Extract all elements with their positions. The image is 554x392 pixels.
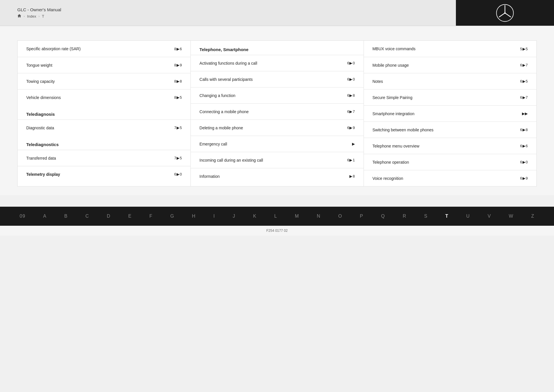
- entry-label: Tongue weight: [26, 63, 174, 68]
- list-item[interactable]: Telephone menu overview 6▶6: [364, 138, 536, 154]
- alpha-nav-item-u[interactable]: U: [464, 212, 472, 220]
- entry-page: 7▶5: [174, 126, 182, 130]
- entry-page: 8▶6: [174, 47, 182, 51]
- entry-page: 5▶5: [520, 47, 528, 51]
- list-item[interactable]: Switching between mobile phones 6▶8: [364, 122, 536, 138]
- entry-label: Towing capacity: [26, 79, 174, 84]
- alpha-nav-item-e[interactable]: E: [126, 212, 134, 220]
- list-item[interactable]: Telephone operation 6▶0: [364, 154, 536, 170]
- list-item[interactable]: Connecting a mobile phone 6▶7: [191, 103, 363, 120]
- entry-page: 6▶5: [520, 79, 528, 83]
- entry-label: Smartphone integration: [373, 111, 522, 116]
- entry-label: MBUX voice commands: [373, 46, 520, 51]
- col-right: MBUX voice commands 5▶5 Mobile phone usa…: [364, 41, 536, 186]
- list-item[interactable]: Towing capacity 8▶8: [18, 73, 190, 89]
- alpha-nav-item-f[interactable]: F: [147, 212, 155, 220]
- entry-page: ▶: [352, 142, 355, 146]
- entry-page: ▶8: [349, 174, 355, 178]
- list-item[interactable]: Activating functions during a call 6▶0: [191, 55, 363, 71]
- alpha-nav-item-h[interactable]: H: [190, 212, 198, 220]
- alpha-nav-item-c[interactable]: C: [83, 212, 91, 220]
- entry-page: 6▶0: [520, 160, 528, 164]
- header-left: GLC - Owner's Manual › Index › T: [0, 0, 456, 26]
- telephone-rest: , Smartphone: [221, 47, 248, 52]
- list-item[interactable]: Diagnostic data 7▶5: [18, 120, 190, 136]
- alpha-nav-item-w[interactable]: W: [506, 212, 516, 220]
- home-icon[interactable]: [17, 14, 21, 19]
- alpha-nav-item-n[interactable]: N: [315, 212, 323, 220]
- breadcrumb-sep-1: ›: [24, 14, 25, 18]
- alpha-nav-item-t[interactable]: T: [443, 212, 451, 220]
- telephone-bold: Telephone: [199, 47, 221, 52]
- entry-label: Emergency call: [199, 142, 352, 146]
- entry-label: Voice recognition: [373, 176, 520, 181]
- entry-page: 6▶6: [520, 144, 528, 148]
- alpha-nav-item-o[interactable]: O: [336, 212, 344, 220]
- entry-label: Information: [199, 174, 349, 179]
- list-item[interactable]: Specific absorption rate (SAR) 8▶6: [18, 41, 190, 57]
- list-item[interactable]: Vehicle dimensions 8▶5: [18, 89, 190, 105]
- entry-label: Connecting a mobile phone: [199, 109, 347, 114]
- list-item[interactable]: Tongue weight 8▶9: [18, 57, 190, 73]
- index-grid: Specific absorption rate (SAR) 8▶6 Tongu…: [17, 40, 537, 186]
- svg-point-1: [504, 12, 506, 14]
- logo-area: [456, 0, 554, 26]
- list-item[interactable]: Information ▶8: [191, 168, 363, 184]
- entry-page: 6▶7: [520, 63, 528, 67]
- alpha-nav-item-s[interactable]: S: [422, 212, 430, 220]
- alpha-nav-item-b[interactable]: B: [62, 212, 70, 220]
- alphabet-nav: 09ABCDEFGHIJKLMNOPQRSTUVWZ: [0, 207, 554, 226]
- list-item[interactable]: MBUX voice commands 5▶5: [364, 41, 536, 57]
- list-item[interactable]: Secure Simple Pairing 6▶7: [364, 89, 536, 105]
- entry-label: Specific absorption rate (SAR): [26, 46, 174, 51]
- list-item[interactable]: Changing a function 6▶8: [191, 87, 363, 103]
- breadcrumb-letter[interactable]: T: [42, 14, 44, 18]
- alpha-nav-item-09[interactable]: 09: [17, 212, 28, 220]
- entry-label: Changing a function: [199, 93, 347, 98]
- entry-label: Telephone menu overview: [373, 144, 520, 148]
- list-item[interactable]: Mobile phone usage 6▶7: [364, 57, 536, 73]
- alpha-nav-item-k[interactable]: K: [251, 212, 259, 220]
- entry-page: 8▶9: [174, 63, 182, 67]
- entry-page: ▶▶: [522, 111, 528, 116]
- entry-page: 8▶8: [174, 79, 182, 83]
- list-item[interactable]: Notes 6▶5: [364, 73, 536, 89]
- list-item[interactable]: Voice recognition 6▶9: [364, 170, 536, 186]
- alpha-nav-item-q[interactable]: Q: [379, 212, 387, 220]
- list-item[interactable]: Incoming call during an existing call 6▶…: [191, 152, 363, 168]
- list-item[interactable]: Deleting a mobile phone 6▶9: [191, 120, 363, 136]
- entry-page: 6▶0: [347, 61, 355, 65]
- alpha-nav-item-z[interactable]: Z: [529, 212, 537, 220]
- entry-page: 6▶8: [520, 128, 528, 132]
- entry-label: Mobile phone usage: [373, 63, 520, 68]
- entry-label: Incoming call during an existing call: [199, 158, 347, 163]
- alpha-nav-item-a[interactable]: A: [41, 212, 49, 220]
- entry-label: Calls with several participants: [199, 77, 347, 82]
- alpha-nav-item-v[interactable]: V: [485, 212, 493, 220]
- breadcrumb: › Index › T: [17, 14, 439, 19]
- entry-label: Notes: [373, 79, 520, 84]
- list-item[interactable]: Emergency call ▶: [191, 136, 363, 152]
- alpha-nav-item-g[interactable]: G: [168, 212, 176, 220]
- alpha-nav-item-m[interactable]: M: [293, 212, 301, 220]
- entry-page: 6▶7: [347, 109, 355, 114]
- entry-label: Transferred data: [26, 156, 174, 160]
- alpha-nav-item-r[interactable]: R: [400, 212, 409, 220]
- breadcrumb-index[interactable]: Index: [27, 14, 36, 18]
- alpha-nav-item-l[interactable]: L: [272, 212, 280, 220]
- alpha-nav-item-d[interactable]: D: [104, 212, 113, 220]
- list-item[interactable]: Calls with several participants 6▶0: [191, 71, 363, 87]
- alpha-nav-item-i[interactable]: I: [211, 212, 217, 220]
- breadcrumb-sep-2: ›: [38, 14, 40, 18]
- entry-page: 6▶0: [347, 77, 355, 81]
- alpha-nav-item-j[interactable]: J: [231, 212, 238, 220]
- list-item[interactable]: Smartphone integration ▶▶: [364, 105, 536, 122]
- entry-page: 6▶9: [347, 126, 355, 130]
- list-item[interactable]: Telemetry display 6▶0: [18, 166, 190, 182]
- list-item[interactable]: Transferred data 7▶5: [18, 150, 190, 166]
- entry-label: Secure Simple Pairing: [373, 95, 520, 100]
- alpha-nav-item-p[interactable]: P: [358, 212, 366, 220]
- header: GLC - Owner's Manual › Index › T: [0, 0, 554, 26]
- col-middle: Telephone, Smartphone Activating functio…: [190, 41, 363, 186]
- entry-page: 6▶7: [520, 95, 528, 100]
